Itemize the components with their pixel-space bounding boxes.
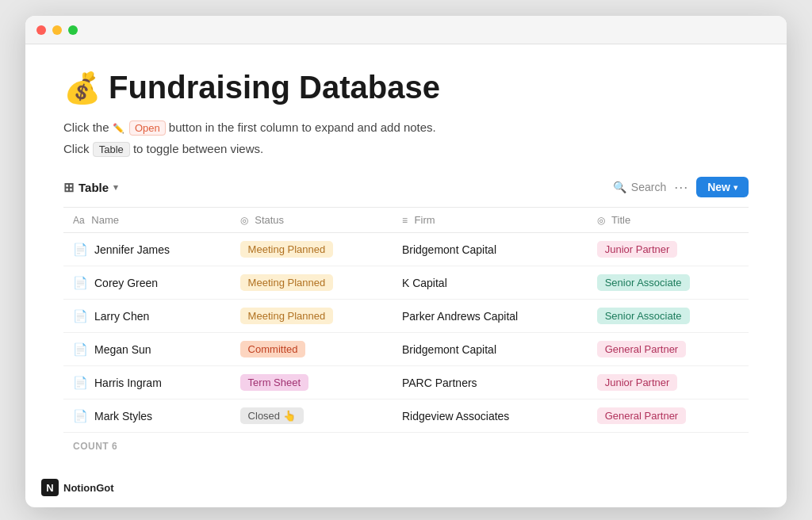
title-badge: General Partner xyxy=(597,341,687,358)
cell-firm-1: K Capital xyxy=(393,266,588,300)
toolbar: ⊞ Table ▾ 🔍 Search ··· New ▾ xyxy=(63,177,749,197)
cell-status-0: Meeting Planned xyxy=(231,233,393,266)
name-value: Corey Green xyxy=(94,277,158,289)
cell-firm-3: Bridgemont Capital xyxy=(393,333,588,366)
cell-title-1: Senior Associate xyxy=(588,266,749,300)
cell-title-3: General Partner xyxy=(588,333,749,366)
cell-status-2: Meeting Planned xyxy=(231,300,393,333)
new-button-label: New xyxy=(707,181,730,193)
desc-line1-pre: Click the xyxy=(63,120,109,134)
cell-firm-0: Bridgemont Capital xyxy=(393,233,588,266)
more-options-button[interactable]: ··· xyxy=(674,179,688,196)
app-window: 💰 Fundraising Database Click the ✏️ Open… xyxy=(25,16,787,507)
doc-icon: 📄 xyxy=(73,309,88,323)
data-table: Aa Name ◎ Status ≡ Firm ◎ Title xyxy=(63,207,749,433)
cell-title-0: Junior Partner xyxy=(588,233,749,266)
cell-status-3: Committed xyxy=(231,333,393,366)
firm-value: Bridgemont Capital xyxy=(402,343,496,356)
title-badge: Senior Associate xyxy=(597,274,690,291)
cell-status-1: Meeting Planned xyxy=(231,266,393,300)
col-status-label: Status xyxy=(255,214,284,226)
table-view-icon: ⊞ xyxy=(63,180,74,195)
status-badge: Committed xyxy=(240,341,306,358)
cell-title-4: Junior Partner xyxy=(588,366,749,400)
search-area[interactable]: 🔍 Search xyxy=(613,181,666,193)
title-badge: Junior Partner xyxy=(597,241,678,258)
desc-line2-post: to toggle between views. xyxy=(133,142,263,155)
cell-name-2: 📄 Larry Chen xyxy=(63,300,231,333)
cell-title-2: Senior Associate xyxy=(588,300,749,333)
cell-title-5: General Partner xyxy=(588,400,749,433)
col-name-label: Name xyxy=(91,214,119,226)
cell-status-4: Term Sheet xyxy=(231,366,393,400)
maximize-button[interactable] xyxy=(68,25,78,35)
col-title-label: Title xyxy=(611,214,630,226)
firm-value: Ridgeview Associates xyxy=(402,410,509,422)
cell-firm-4: PARC Partners xyxy=(393,366,588,400)
table-badge[interactable]: Table xyxy=(93,142,130,157)
col-header-name: Aa Name xyxy=(63,208,231,233)
desc-line1-post: button in the first column to expand and… xyxy=(169,120,436,134)
table-row[interactable]: 📄 Jennifer James Meeting Planned Bridgem… xyxy=(63,233,749,266)
status-badge: Meeting Planned xyxy=(240,274,334,291)
open-badge[interactable]: Open xyxy=(129,120,166,136)
table-row[interactable]: 📄 Larry Chen Meeting Planned Parker Andr… xyxy=(63,300,749,333)
view-selector[interactable]: ⊞ Table ▾ xyxy=(63,180,118,195)
title-col-icon: ◎ xyxy=(597,215,605,226)
name-col-icon: Aa xyxy=(73,215,85,226)
table-row[interactable]: 📄 Mark Styles Closed 👆 Ridgeview Associa… xyxy=(63,400,749,433)
page-title-text: Fundraising Database xyxy=(109,70,440,105)
desc-line2-pre: Click xyxy=(63,142,90,155)
col-header-title: ◎ Title xyxy=(588,208,749,233)
table-row[interactable]: 📄 Corey Green Meeting Planned K Capital … xyxy=(63,266,749,300)
cell-status-5: Closed 👆 xyxy=(231,400,393,433)
title-badge: Junior Partner xyxy=(597,374,678,391)
table-row[interactable]: 📄 Harris Ingram Term Sheet PARC Partners… xyxy=(63,366,749,400)
status-badge: Closed 👆 xyxy=(240,407,304,424)
count-label: COUNT 6 xyxy=(73,441,117,452)
name-value: Megan Sun xyxy=(94,343,151,356)
page-content: 💰 Fundraising Database Click the ✏️ Open… xyxy=(25,44,787,474)
firm-value: PARC Partners xyxy=(402,377,477,389)
search-label: Search xyxy=(631,181,666,193)
cell-name-5: 📄 Mark Styles xyxy=(63,400,231,433)
name-value: Jennifer James xyxy=(94,243,170,256)
name-value: Harris Ingram xyxy=(94,377,162,389)
page-title: 💰 Fundraising Database xyxy=(63,70,749,105)
cell-name-1: 📄 Corey Green xyxy=(63,266,231,300)
firm-col-icon: ≡ xyxy=(402,215,408,226)
cell-name-0: 📄 Jennifer James xyxy=(63,233,231,266)
doc-icon: 📄 xyxy=(73,342,88,357)
firm-value: Parker Andrews Capital xyxy=(402,310,518,323)
page-description: Click the ✏️ Open button in the first co… xyxy=(63,117,749,159)
notion-branding: N NotionGot xyxy=(41,479,114,496)
new-button-chevron-icon: ▾ xyxy=(733,183,737,192)
col-firm-label: Firm xyxy=(415,214,435,226)
name-value: Mark Styles xyxy=(94,410,152,422)
cell-firm-5: Ridgeview Associates xyxy=(393,400,588,433)
branding-name: NotionGot xyxy=(63,482,114,494)
search-icon: 🔍 xyxy=(613,181,626,193)
minimize-button[interactable] xyxy=(52,25,62,35)
doc-icon: 📄 xyxy=(73,243,88,257)
cell-name-3: 📄 Megan Sun xyxy=(63,333,231,366)
doc-icon: 📄 xyxy=(73,276,88,290)
view-label: Table xyxy=(79,181,109,194)
status-badge: Meeting Planned xyxy=(240,241,334,258)
pencil-icon: ✏️ xyxy=(113,123,124,134)
notion-logo-icon: N xyxy=(41,479,59,496)
table-footer: COUNT 6 xyxy=(63,433,749,455)
title-badge: General Partner xyxy=(597,407,687,424)
table-header-row: Aa Name ◎ Status ≡ Firm ◎ Title xyxy=(63,208,749,233)
title-emoji: 💰 xyxy=(63,71,101,105)
view-chevron-icon: ▾ xyxy=(113,182,118,193)
new-button[interactable]: New ▾ xyxy=(696,177,749,197)
title-badge: Senior Associate xyxy=(597,308,690,324)
table-row[interactable]: 📄 Megan Sun Committed Bridgemont Capital… xyxy=(63,333,749,366)
firm-value: Bridgemont Capital xyxy=(402,243,496,256)
titlebar xyxy=(25,16,787,44)
status-badge: Meeting Planned xyxy=(240,308,334,324)
doc-icon: 📄 xyxy=(73,409,88,423)
toolbar-right: 🔍 Search ··· New ▾ xyxy=(613,177,749,197)
close-button[interactable] xyxy=(36,25,46,35)
